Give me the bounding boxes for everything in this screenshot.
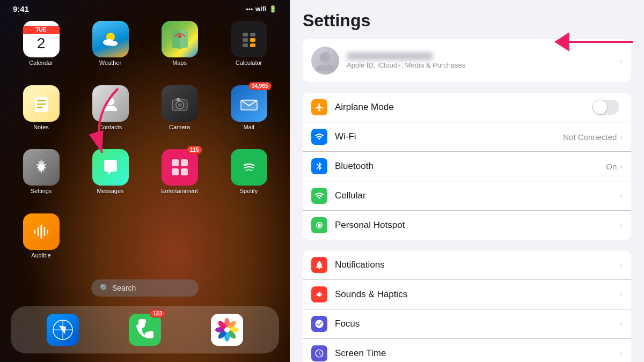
app-contacts[interactable]: Contacts (80, 85, 141, 141)
app-camera[interactable]: Camera (149, 85, 210, 141)
sounds-row[interactable]: Sounds & Haptics › (303, 280, 631, 309)
profile-chevron: › (620, 56, 623, 65)
svg-rect-9 (250, 38, 255, 42)
app-label-maps: Maps (172, 60, 187, 66)
app-label-calculator: Calculator (236, 60, 262, 66)
app-spotify[interactable]: Spotify (218, 149, 279, 205)
sounds-label: Sounds & Haptics (335, 289, 620, 300)
app-label-entertainment: Entertainment (161, 188, 197, 194)
bluetooth-icon (311, 158, 327, 174)
status-bar: 9:41 ▪▪▪ wifi 🔋 (0, 0, 290, 16)
svg-rect-7 (250, 33, 255, 36)
dock-phone[interactable]: 123 (127, 312, 163, 348)
iphone-panel: 9:41 ▪▪▪ wifi 🔋 TUE 2 Calendar (0, 0, 290, 362)
svg-rect-26 (172, 168, 179, 175)
connectivity-group: Airplane Mode Wi-Fi Not Connected › B (303, 93, 631, 240)
phone-badge: 123 (150, 309, 165, 317)
svg-rect-34 (129, 314, 161, 346)
search-bar[interactable]: 🔍 Search (91, 279, 199, 297)
mail-icon (238, 93, 260, 114)
svg-rect-21 (241, 99, 257, 110)
notifications-icon (311, 257, 327, 273)
profile-info: Apple ID, iCloud+, Media & Purchases (347, 53, 620, 69)
notifications-row[interactable]: Notifications › (303, 250, 631, 280)
svg-rect-11 (250, 43, 255, 47)
app-entertainment[interactable]: 115 Entertainment (149, 149, 210, 205)
screentime-chevron: › (620, 349, 623, 358)
app-weather[interactable]: Weather (80, 21, 141, 77)
spotify-icon (238, 157, 260, 178)
bluetooth-label: Bluetooth (335, 161, 606, 172)
signal-icon: ▪▪▪ (246, 5, 253, 13)
notes-icon (31, 93, 52, 114)
maps-icon (169, 28, 191, 50)
app-label-weather: Weather (99, 60, 121, 66)
wifi-icon (311, 129, 327, 145)
status-icons: ▪▪▪ wifi 🔋 (246, 5, 277, 13)
app-label-notes: Notes (33, 124, 49, 130)
app-calendar[interactable]: TUE 2 Calendar (11, 21, 71, 77)
app-grid: TUE 2 Calendar Weather (0, 16, 290, 274)
svg-rect-5 (238, 28, 260, 50)
sounds-icon (311, 286, 327, 302)
hotspot-icon (311, 217, 327, 233)
profile-card: Apple ID, iCloud+, Media & Purchases › (303, 39, 631, 82)
profile-name (347, 53, 433, 60)
dock-safari[interactable] (45, 312, 81, 348)
battery-icon: 🔋 (269, 5, 277, 13)
app-label-calendar: Calendar (29, 60, 53, 66)
app-label-messages: Messages (97, 188, 123, 194)
app-label-audible: Audible (31, 252, 51, 258)
screentime-label: Screen Time (335, 348, 620, 359)
app-audible[interactable]: Audible (11, 213, 71, 269)
focus-label: Focus (335, 319, 620, 329)
svg-rect-25 (181, 159, 188, 166)
svg-rect-10 (243, 43, 248, 47)
svg-point-19 (178, 103, 182, 107)
app-label-camera: Camera (169, 124, 190, 130)
mail-badge: 34,965 (248, 82, 272, 90)
svg-point-2 (108, 41, 118, 46)
airplane-mode-toggle[interactable] (592, 100, 619, 115)
app-notes[interactable]: Notes (11, 85, 71, 141)
cellular-row[interactable]: Cellular › (303, 181, 631, 211)
screentime-row[interactable]: Screen Time › (303, 339, 631, 362)
notifications-label: Notifications (335, 260, 620, 270)
profile-row[interactable]: Apple ID, iCloud+, Media & Purchases › (303, 39, 631, 82)
calendar-day-label: TUE (23, 26, 60, 34)
dock-photos[interactable] (209, 312, 245, 348)
svg-point-44 (224, 327, 230, 333)
hotspot-row[interactable]: Personal Hotspot › (303, 211, 631, 240)
settings-title: Settings (303, 11, 631, 31)
weather-icon (100, 28, 121, 50)
svg-rect-24 (172, 159, 179, 166)
app-mail[interactable]: 34,965 Mail (218, 85, 279, 141)
app-settings[interactable]: Settings (11, 149, 71, 205)
cellular-label: Cellular (335, 190, 620, 201)
focus-row[interactable]: Focus › (303, 309, 631, 339)
phone-icon (129, 314, 161, 346)
app-label-contacts: Contacts (99, 124, 122, 130)
notifications-group: Notifications › Sounds & Haptics › Focus… (303, 250, 631, 362)
hotspot-chevron: › (620, 221, 623, 230)
cellular-chevron: › (620, 191, 623, 200)
hotspot-label: Personal Hotspot (335, 220, 620, 231)
focus-chevron: › (620, 320, 623, 328)
settings-icon (31, 157, 52, 178)
svg-point-4 (178, 35, 181, 38)
bluetooth-chevron: › (620, 162, 623, 171)
app-messages[interactable]: Messages (80, 149, 141, 205)
svg-rect-27 (181, 168, 188, 175)
wifi-value: Not Connected (563, 132, 617, 142)
entertainment-badge: 115 (187, 146, 202, 154)
app-maps[interactable]: Maps (149, 21, 210, 77)
wifi-label: Wi-Fi (335, 131, 563, 142)
wifi-row[interactable]: Wi-Fi Not Connected › (303, 122, 631, 152)
notifications-chevron: › (620, 261, 623, 269)
focus-icon (311, 316, 327, 332)
bluetooth-value: On (606, 162, 617, 171)
airplane-mode-row[interactable]: Airplane Mode (303, 93, 631, 122)
wifi-status-icon: wifi (255, 5, 266, 13)
app-calculator[interactable]: Calculator (218, 21, 279, 77)
bluetooth-row[interactable]: Bluetooth On › (303, 152, 631, 181)
